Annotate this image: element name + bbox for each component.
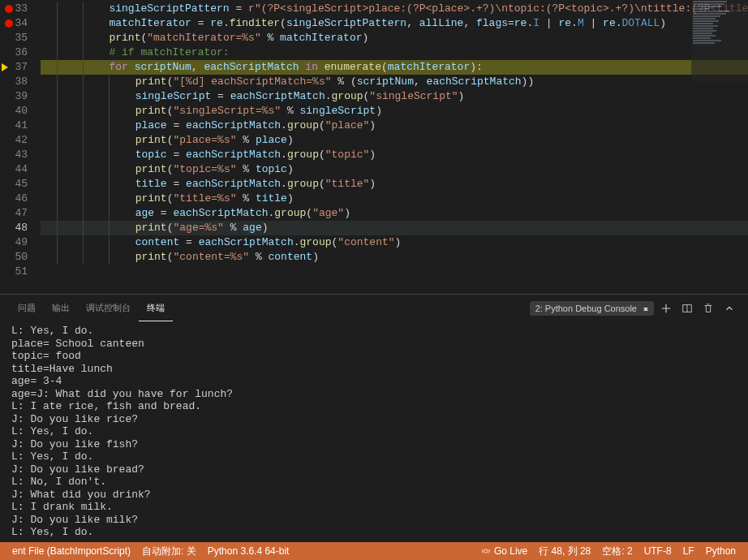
code-editor[interactable]: singleScriptPattern = r"(?P<singleScript…: [41, 0, 748, 294]
status-encoding[interactable]: UTF-8: [638, 542, 677, 560]
code-line[interactable]: print("topic=%s" % topic): [41, 162, 748, 177]
line-number[interactable]: 39: [0, 89, 41, 104]
panel-tabs: 问题 输出 调试控制台 终端 2: Python Debug Console: [0, 295, 748, 321]
line-number[interactable]: 50: [0, 250, 41, 265]
code-line[interactable]: print("age=%s" % age): [41, 221, 748, 235]
line-number[interactable]: 41: [0, 118, 41, 133]
code-line[interactable]: singleScriptPattern = r"(?P<singleScript…: [41, 2, 748, 16]
code-line[interactable]: topic = eachScriptMatch.group("topic"): [41, 148, 748, 162]
line-number[interactable]: 34: [0, 16, 41, 31]
code-line[interactable]: for scriptNum, eachScriptMatch in enumer…: [41, 60, 748, 75]
code-line[interactable]: place = eachScriptMatch.group("place"): [41, 118, 748, 133]
status-eol[interactable]: LF: [677, 542, 700, 560]
status-go-live[interactable]: Go Live: [475, 542, 533, 560]
code-line[interactable]: matchIterator = re.finditer(singleScript…: [41, 16, 748, 31]
code-line[interactable]: # if matchIterator:: [41, 45, 748, 60]
editor-area: 33343536373839404142434445464748495051 s…: [0, 0, 748, 294]
line-number[interactable]: 49: [0, 235, 41, 250]
code-line[interactable]: print("title=%s" % title): [41, 192, 748, 206]
tab-output[interactable]: 输出: [44, 295, 78, 321]
line-number[interactable]: 45: [0, 177, 41, 192]
line-number[interactable]: 47: [0, 206, 41, 221]
line-number[interactable]: 35: [0, 31, 41, 45]
line-number[interactable]: 43: [0, 148, 41, 162]
line-number[interactable]: 44: [0, 162, 41, 177]
line-number[interactable]: 40: [0, 104, 41, 118]
code-line[interactable]: [41, 265, 748, 279]
statusbar: ent File (BatchImportScript) 自动附加: 关 Pyt…: [0, 542, 748, 560]
line-number[interactable]: 33: [0, 2, 41, 16]
terminal-output[interactable]: L: Yes, I do. place= School canteen topi…: [0, 321, 748, 537]
status-python-interpreter[interactable]: Python 3.6.4 64-bit: [202, 542, 295, 560]
tab-problems[interactable]: 问题: [10, 295, 44, 321]
code-line[interactable]: content = eachScriptMatch.group("content…: [41, 235, 748, 250]
status-auto-attach[interactable]: 自动附加: 关: [136, 542, 202, 560]
code-line[interactable]: print("place=%s" % place): [41, 133, 748, 148]
tab-debug-console[interactable]: 调试控制台: [78, 295, 139, 321]
line-number[interactable]: 48: [0, 221, 41, 235]
gutter: 33343536373839404142434445464748495051: [0, 0, 41, 294]
line-number[interactable]: 38: [0, 75, 41, 89]
kill-terminal-icon[interactable]: [699, 299, 717, 317]
status-language[interactable]: Python: [700, 542, 742, 560]
terminal-selector[interactable]: 2: Python Debug Console: [530, 301, 654, 316]
code-line[interactable]: print("[%d] eachScriptMatch=%s" % (scrip…: [41, 75, 748, 89]
code-line[interactable]: print("singleScript=%s" % singleScript): [41, 104, 748, 118]
bottom-panel: 问题 输出 调试控制台 终端 2: Python Debug Console L…: [0, 294, 748, 537]
code-line[interactable]: title = eachScriptMatch.group("title"): [41, 177, 748, 192]
maximize-panel-icon[interactable]: [720, 299, 738, 317]
code-line[interactable]: print("matchIterator=%s" % matchIterator…: [41, 31, 748, 45]
code-line[interactable]: age = eachScriptMatch.group("age"): [41, 206, 748, 221]
split-terminal-icon[interactable]: [678, 299, 696, 317]
line-number[interactable]: 46: [0, 192, 41, 206]
status-indent[interactable]: 空格: 2: [596, 542, 638, 560]
svg-point-2: [484, 549, 488, 554]
line-number[interactable]: 37: [0, 60, 41, 75]
tab-terminal[interactable]: 终端: [139, 295, 173, 321]
status-go-live-label: Go Live: [494, 545, 527, 557]
line-number[interactable]: 51: [0, 265, 41, 279]
minimap[interactable]: [691, 0, 748, 81]
line-number[interactable]: 36: [0, 45, 41, 60]
status-debug-target[interactable]: ent File (BatchImportScript): [6, 542, 136, 560]
new-terminal-icon[interactable]: [657, 299, 675, 317]
code-line[interactable]: print("content=%s" % content): [41, 250, 748, 265]
status-cursor-position[interactable]: 行 48, 列 28: [533, 542, 596, 560]
code-line[interactable]: singleScript = eachScriptMatch.group("si…: [41, 89, 748, 104]
line-number[interactable]: 42: [0, 133, 41, 148]
